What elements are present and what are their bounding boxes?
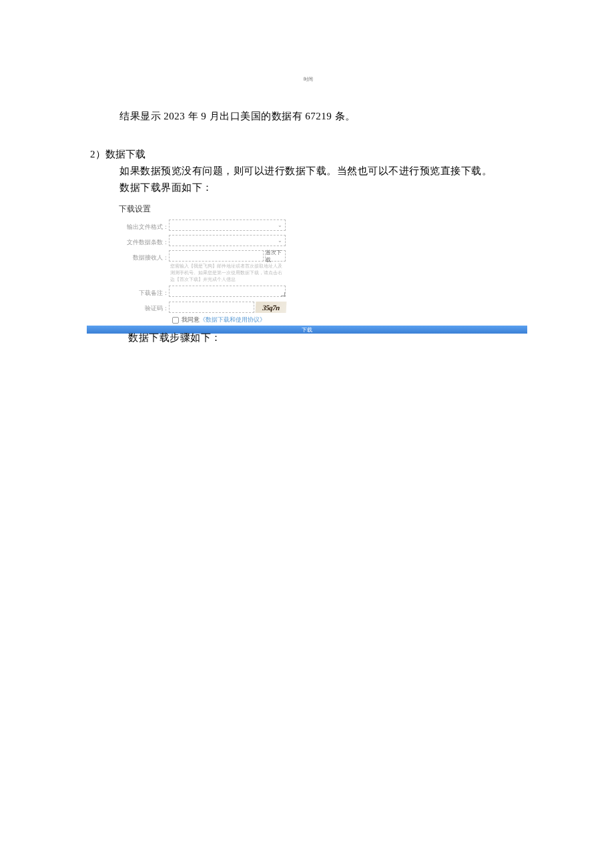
row-captcha: 验证码： 35q7n bbox=[87, 301, 527, 313]
row-remark: 下载备注： bbox=[87, 286, 527, 298]
output-format-select[interactable] bbox=[169, 220, 286, 231]
output-format-label: 输出文件格式： bbox=[87, 220, 169, 232]
intro-line-1: 如果数据预览没有问题，则可以进行数据下载。当然也可以不进行预览直接下载。 bbox=[119, 165, 492, 177]
output-format-select-wrap: ⌄ bbox=[169, 220, 286, 231]
row-receiver: 数据接收人： 首次下载 您需输入【我是飞狗】邮件地址或者首次接取地址人及测测手机… bbox=[87, 250, 527, 282]
first-download-button[interactable]: 首次下载 bbox=[265, 250, 286, 262]
agree-prefix: 我同意 bbox=[182, 316, 200, 324]
section-heading: 2）数据下载 bbox=[90, 148, 145, 161]
resize-handle-icon bbox=[281, 292, 285, 296]
receiver-hint: 您需输入【我是飞狗】邮件地址或者首次接取地址人及测测手机号。如果您是第一次使用数… bbox=[169, 262, 285, 282]
captcha-input[interactable] bbox=[169, 302, 254, 313]
captcha-image[interactable]: 35q7n bbox=[256, 302, 287, 313]
receiver-input[interactable] bbox=[169, 250, 264, 262]
receiver-input-group: 首次下载 您需输入【我是飞狗】邮件地址或者首次接取地址人及测测手机号。如果您是第… bbox=[169, 250, 286, 282]
captcha-label: 验证码： bbox=[87, 301, 169, 313]
top-marker: 时间 bbox=[304, 76, 313, 83]
intro-line-2: 数据下载界面如下： bbox=[119, 181, 213, 194]
agree-link[interactable]: 《数据下载和使用协议》 bbox=[200, 316, 266, 324]
file-rows-select-wrap: ⌄ bbox=[169, 235, 286, 246]
form-title: 下载设置 bbox=[87, 199, 527, 220]
agree-checkbox[interactable] bbox=[172, 317, 179, 324]
row-agree: 我同意 《数据下载和使用协议》 bbox=[172, 316, 527, 324]
remark-input[interactable] bbox=[169, 286, 286, 297]
steps-sentence: 数据下载步骤如下： bbox=[128, 332, 222, 344]
receiver-label: 数据接收人： bbox=[87, 250, 169, 262]
remark-label: 下载备注： bbox=[87, 286, 169, 298]
file-rows-label: 文件数据条数： bbox=[87, 235, 169, 247]
result-sentence: 结果显示 2023 年 9 月出口美国的数据有 67219 条。 bbox=[119, 109, 356, 124]
download-form: 下载设置 输出文件格式： ⌄ 文件数据条数： ⌄ 数据接收人： 首次下载 您需输… bbox=[87, 199, 527, 334]
row-output-format: 输出文件格式： ⌄ bbox=[87, 220, 527, 232]
chevron-down-icon: ⌄ bbox=[278, 238, 283, 244]
row-file-rows: 文件数据条数： ⌄ bbox=[87, 235, 527, 247]
file-rows-select[interactable] bbox=[169, 235, 286, 246]
chevron-down-icon: ⌄ bbox=[278, 223, 283, 228]
